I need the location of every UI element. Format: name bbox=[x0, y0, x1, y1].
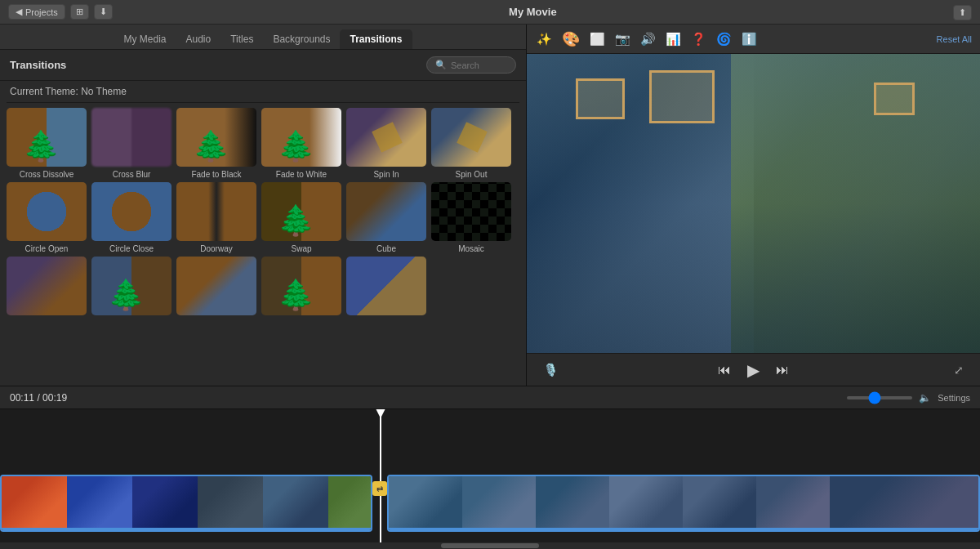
tab-my-media[interactable]: My Media bbox=[114, 29, 176, 49]
transition-row-1: Cross Dissolve Cross Blur Fade to Black … bbox=[7, 108, 519, 179]
info-icon[interactable]: ℹ️ bbox=[740, 30, 759, 48]
thumb-fade-black bbox=[176, 108, 256, 167]
camera-icon[interactable]: 📷 bbox=[613, 30, 632, 48]
clip-frame bbox=[67, 476, 132, 530]
fullscreen-button[interactable]: ⤢ bbox=[954, 364, 964, 377]
transition-swap[interactable]: Swap bbox=[261, 182, 341, 253]
preview-toolbar: ✨ 🎨 ⬜ 📷 🔊 📊 ❓ 🌀 ℹ️ Reset All bbox=[527, 25, 980, 54]
transition-spin-in[interactable]: Spin In bbox=[346, 108, 426, 179]
video-clip-1[interactable] bbox=[0, 475, 372, 532]
transition-r3-4[interactable] bbox=[261, 257, 341, 319]
transition-circle-open[interactable]: Circle Open bbox=[7, 182, 87, 253]
thumb-circle-open bbox=[7, 182, 87, 241]
thumb-r3-4 bbox=[261, 257, 341, 315]
bottom-area: 00:11 / 00:19 🔈 Settings bbox=[0, 386, 980, 549]
main-area: My Media Audio Titles Backgrounds Transi… bbox=[0, 25, 980, 386]
thumb-fade-white bbox=[261, 108, 341, 167]
search-input[interactable] bbox=[451, 60, 508, 70]
timeline-scrollbar bbox=[0, 542, 980, 549]
video-preview bbox=[527, 54, 980, 353]
transition-circle-close[interactable]: Circle Close bbox=[91, 182, 172, 253]
download-button[interactable]: ⬇ bbox=[94, 4, 113, 20]
label-circle-close: Circle Close bbox=[109, 244, 154, 253]
search-box[interactable]: 🔍 bbox=[426, 56, 516, 74]
clip-frame bbox=[2, 476, 67, 530]
transition-mosaic[interactable]: Mosaic bbox=[431, 182, 511, 253]
label-spin-out: Spin Out bbox=[456, 170, 488, 179]
title-bar-right: ⬆ bbox=[953, 4, 972, 20]
transition-r3-3[interactable] bbox=[176, 257, 256, 319]
share-button[interactable]: ⬆ bbox=[953, 5, 972, 20]
clip-frame bbox=[198, 476, 263, 530]
theme-label: Current Theme: No Theme bbox=[0, 81, 526, 102]
enhance-icon[interactable]: ✨ bbox=[535, 30, 554, 48]
right-panel: ✨ 🎨 ⬜ 📷 🔊 📊 ❓ 🌀 ℹ️ Reset All bbox=[527, 25, 980, 386]
tab-bar: My Media Audio Titles Backgrounds Transi… bbox=[0, 25, 526, 50]
left-panel: My Media Audio Titles Backgrounds Transi… bbox=[0, 25, 527, 386]
label-cross-blur: Cross Blur bbox=[113, 170, 151, 179]
projects-button[interactable]: ◀ Projects bbox=[8, 4, 65, 20]
label-cube: Cube bbox=[376, 244, 396, 253]
microphone-button[interactable]: 🎙️ bbox=[543, 363, 559, 377]
crop-icon[interactable]: ⬜ bbox=[588, 30, 607, 48]
thumb-spin-out bbox=[431, 108, 511, 167]
fast-forward-button[interactable]: ⏭ bbox=[776, 363, 789, 377]
transition-row-2: Circle Open Circle Close Doorway Swap Cu… bbox=[7, 182, 519, 253]
thumb-cube bbox=[346, 182, 426, 241]
audio-icon[interactable]: 🔊 bbox=[639, 30, 657, 48]
toolbar-icons: ✨ 🎨 ⬜ 📷 🔊 📊 ❓ 🌀 ℹ️ bbox=[535, 29, 759, 50]
transition-cube[interactable]: Cube bbox=[346, 182, 426, 253]
transitions-panel-title: Transitions bbox=[10, 59, 66, 71]
artwork-2 bbox=[649, 70, 715, 123]
transition-r3-5[interactable] bbox=[346, 257, 426, 319]
transition-fade-black[interactable]: Fade to Black bbox=[176, 108, 256, 179]
transition-r3-1[interactable] bbox=[7, 257, 87, 319]
transition-doorway[interactable]: Doorway bbox=[176, 182, 256, 253]
window-title: My Movie bbox=[509, 6, 557, 18]
transition-fade-white[interactable]: Fade to White bbox=[261, 108, 341, 179]
thumb-r3-2 bbox=[91, 257, 172, 315]
timeline-time: 00:11 / 00:19 bbox=[10, 392, 67, 404]
transition-cross-blur[interactable]: Cross Blur bbox=[91, 108, 172, 179]
tab-backgrounds[interactable]: Backgrounds bbox=[263, 29, 340, 49]
color-icon[interactable]: 🎨 bbox=[560, 29, 581, 50]
view-toggle-button[interactable]: ⊞ bbox=[70, 4, 89, 20]
label-mosaic: Mosaic bbox=[458, 244, 484, 253]
thumb-swap bbox=[261, 182, 341, 241]
zoom-slider[interactable] bbox=[847, 396, 912, 399]
scrollbar-thumb[interactable] bbox=[441, 543, 539, 548]
play-button[interactable]: ▶ bbox=[747, 360, 760, 380]
video-controls: 🎙️ ⏮ ▶ ⏭ ⤢ bbox=[527, 353, 980, 386]
thumb-doorway bbox=[176, 182, 256, 241]
rewind-button[interactable]: ⏮ bbox=[718, 363, 731, 377]
settings-button[interactable]: Settings bbox=[938, 393, 970, 403]
label-cross-dissolve: Cross Dissolve bbox=[20, 170, 74, 179]
tab-titles[interactable]: Titles bbox=[220, 29, 263, 49]
thumb-mosaic bbox=[431, 182, 511, 241]
tab-audio[interactable]: Audio bbox=[176, 29, 221, 49]
video-clip-2[interactable] bbox=[387, 475, 980, 532]
label-circle-open: Circle Open bbox=[25, 244, 69, 253]
thumb-r3-1 bbox=[7, 257, 87, 315]
label-doorway: Doorway bbox=[200, 244, 232, 253]
transition-r3-2[interactable] bbox=[91, 257, 172, 319]
clip-frame bbox=[536, 476, 609, 530]
transition-marker[interactable] bbox=[372, 481, 387, 496]
chart-icon[interactable]: 📊 bbox=[664, 30, 683, 48]
transition-cross-dissolve[interactable]: Cross Dissolve bbox=[7, 108, 87, 179]
artwork-1 bbox=[576, 78, 625, 119]
title-bar-left: ◀ Projects ⊞ ⬇ bbox=[8, 4, 113, 20]
filter-icon[interactable]: 🌀 bbox=[715, 30, 733, 48]
reset-all-button[interactable]: Reset All bbox=[937, 34, 972, 44]
volume-icon: 🔈 bbox=[919, 392, 931, 404]
label-fade-black: Fade to Black bbox=[191, 170, 241, 179]
thumb-circle-close bbox=[91, 182, 172, 241]
chevron-left-icon: ◀ bbox=[16, 7, 22, 17]
help-icon[interactable]: ❓ bbox=[689, 30, 708, 48]
search-icon: 🔍 bbox=[435, 60, 447, 70]
tab-transitions[interactable]: Transitions bbox=[340, 29, 412, 49]
transition-spin-out[interactable]: Spin Out bbox=[431, 108, 511, 179]
clip-frame bbox=[683, 476, 756, 530]
timeline-right: 🔈 Settings bbox=[847, 392, 970, 404]
title-bar: ◀ Projects ⊞ ⬇ My Movie ⬆ bbox=[0, 0, 980, 25]
